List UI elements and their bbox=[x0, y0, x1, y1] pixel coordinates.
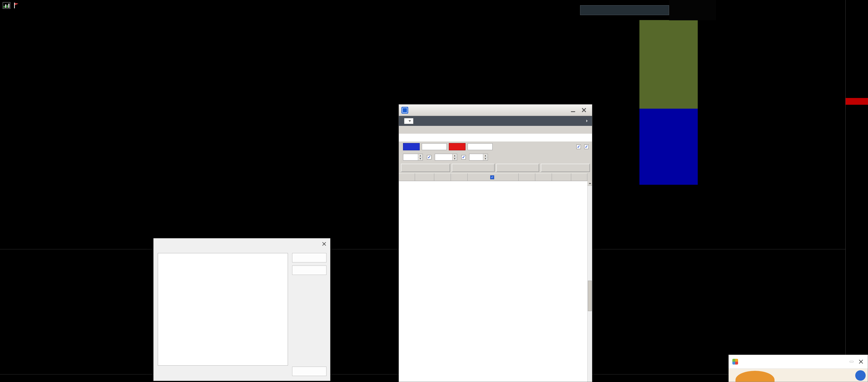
popup-close-icon[interactable] bbox=[858, 358, 864, 365]
sell-qty-value[interactable] bbox=[422, 143, 447, 150]
buy-qty-value[interactable] bbox=[468, 143, 493, 150]
dom-header-mit-left bbox=[399, 173, 415, 181]
sell-qty-button[interactable] bbox=[403, 143, 420, 150]
dom-header-sell bbox=[415, 173, 434, 181]
screen-overlay-box bbox=[669, 0, 716, 20]
dialog-titlebar[interactable] bbox=[154, 238, 330, 249]
dom-header-mit-right bbox=[571, 173, 587, 181]
spinner-arrows-icon[interactable] bbox=[452, 154, 457, 160]
flag-icon bbox=[13, 2, 19, 9]
checkbox-icon bbox=[584, 145, 589, 149]
quantity-row bbox=[399, 142, 592, 152]
close-all-positions-button[interactable] bbox=[452, 164, 495, 172]
dom-header-buy bbox=[552, 173, 571, 181]
take-profit-checkbox[interactable] bbox=[461, 155, 467, 159]
always-on-top-checkbox[interactable] bbox=[577, 145, 582, 149]
order-settings-row bbox=[399, 152, 592, 162]
market-buy-button[interactable] bbox=[541, 164, 590, 172]
dom-header-bid-count bbox=[535, 173, 552, 181]
ad-logo-circle bbox=[855, 370, 866, 381]
buy-qty-button[interactable] bbox=[449, 143, 465, 150]
date-widget bbox=[580, 5, 669, 15]
checkbox-icon bbox=[427, 155, 431, 159]
checkbox-icon bbox=[461, 155, 466, 159]
altools-popup bbox=[728, 355, 868, 382]
dom-header-ask-qty bbox=[451, 173, 468, 181]
stop-loss-checkbox[interactable] bbox=[427, 155, 433, 159]
close-button[interactable] bbox=[579, 106, 589, 114]
dialog-close-action-button[interactable] bbox=[292, 366, 327, 376]
take-profit-ticks-spinner[interactable] bbox=[469, 154, 488, 160]
speed-order-window bbox=[399, 104, 592, 382]
dom-header-bid-qty bbox=[519, 173, 535, 181]
current-price-tag bbox=[846, 98, 868, 105]
minimize-button[interactable] bbox=[567, 106, 579, 114]
stop-loss-ticks-spinner[interactable] bbox=[435, 154, 457, 160]
speed-order-titlebar[interactable] bbox=[399, 105, 592, 116]
chart-titlebar bbox=[3, 2, 22, 9]
ad-illustration bbox=[736, 371, 775, 382]
order-buttons-row bbox=[399, 162, 592, 173]
dom-time-checkbox[interactable] bbox=[490, 175, 494, 179]
account-stats-headers bbox=[399, 126, 592, 134]
checkbox-icon bbox=[577, 145, 581, 149]
app-icon bbox=[401, 107, 408, 114]
ad-banner[interactable] bbox=[729, 369, 868, 382]
dom-header-ask-count bbox=[434, 173, 451, 181]
dom-header-center bbox=[468, 173, 519, 181]
indicator-tree bbox=[158, 253, 288, 365]
speed-order-menubar bbox=[399, 116, 592, 126]
properties-button[interactable] bbox=[292, 253, 327, 262]
altools-logo bbox=[732, 359, 738, 364]
manual-qty-spinner[interactable] bbox=[403, 154, 423, 160]
scroll-up-icon[interactable] bbox=[588, 181, 592, 186]
dom-scrollbar[interactable] bbox=[587, 181, 592, 382]
symbol-combo[interactable] bbox=[404, 118, 413, 124]
menu-right-toggle[interactable] bbox=[585, 120, 590, 122]
chart-window-icon bbox=[3, 2, 10, 9]
dom-ladder bbox=[399, 181, 592, 382]
spinner-arrows-icon[interactable] bbox=[418, 154, 423, 160]
close-symbol-positions-button[interactable] bbox=[496, 164, 539, 172]
altools-header bbox=[729, 355, 868, 369]
price-axis bbox=[845, 0, 868, 382]
scrollbar-thumb[interactable] bbox=[588, 281, 592, 311]
ad-badge bbox=[849, 361, 854, 362]
spinner-arrows-icon[interactable] bbox=[483, 154, 488, 160]
dialog-close-button[interactable] bbox=[318, 238, 330, 249]
dom-header bbox=[399, 173, 587, 181]
indicator-list-dialog bbox=[153, 238, 330, 381]
account-stats-values bbox=[399, 134, 592, 142]
one-click-order-checkbox[interactable] bbox=[584, 145, 590, 149]
help-button[interactable] bbox=[306, 238, 318, 249]
market-sell-button[interactable] bbox=[401, 164, 450, 172]
delete-button[interactable] bbox=[292, 266, 327, 275]
